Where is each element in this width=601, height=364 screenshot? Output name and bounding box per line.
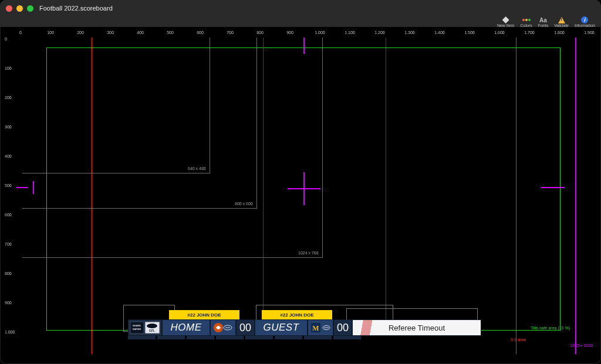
fonts-icon: Aa (539, 17, 547, 23)
validate-label: Validate (554, 23, 569, 28)
ruler-tick: 800 (5, 271, 12, 275)
ruler-tick: 600 (5, 213, 12, 217)
banner-text: Referee Timeout (389, 324, 445, 332)
canvas[interactable]: Title-safe area (10 %) 4:3 area 1920 x 1… (16, 38, 596, 359)
ruler-tick: 400 (5, 154, 12, 158)
ruler-tick: 100 (5, 66, 12, 70)
sponsor-logos-icon: SHARK WATER GFL (130, 321, 160, 334)
ruler-tick: 100 (47, 30, 54, 35)
1920-right-guide (575, 38, 576, 354)
home-score[interactable]: 00 (236, 319, 255, 336)
banner[interactable]: Referee Timeout (352, 319, 481, 336)
ruler-tick: 1.000 (5, 330, 15, 334)
close-button[interactable] (6, 5, 12, 12)
guest-player-tag-text: #22 JOHN DOE (280, 312, 313, 318)
ruler-tick: 1.800 (554, 30, 565, 35)
svg-point-4 (147, 324, 157, 328)
warning-icon (558, 17, 565, 23)
ruler-tick: 1.000 (315, 30, 325, 35)
guest-team-name[interactable]: GUEST (255, 319, 308, 336)
scoreboard-bar: SHARK WATER GFL HOME (128, 319, 481, 336)
home-team-name[interactable]: HOME (162, 319, 210, 336)
home-player-tag-text: #22 JOHN DOE (187, 312, 221, 318)
home-score-text: 00 (239, 322, 251, 334)
ruler-tick: 0 (19, 30, 22, 35)
ruler-tick: 1.600 (494, 30, 505, 35)
new-item-label: New Item (497, 23, 515, 28)
43-area-label: 4:3 area (511, 338, 526, 342)
svg-text:WATER: WATER (133, 328, 141, 331)
guest-team-name-text: GUEST (263, 322, 299, 334)
fonts-label: Fonts (538, 23, 549, 28)
information-button[interactable]: i Information (575, 16, 595, 28)
new-item-icon (502, 16, 509, 23)
ruler-tick: 500 (167, 30, 174, 35)
document-title: Football 2022.scoreboard (39, 5, 113, 12)
guest-score[interactable]: 00 (333, 319, 352, 336)
window-controls (6, 5, 33, 12)
ruler-tick: 200 (5, 96, 12, 100)
ruler-tick: 900 (5, 301, 12, 305)
validate-button[interactable]: Validate (554, 16, 569, 28)
colors-icon (522, 19, 531, 21)
minimize-button[interactable] (16, 5, 23, 12)
fonts-button[interactable]: Aa Fonts (538, 16, 549, 28)
ruler-tick: 1.100 (345, 30, 355, 35)
svg-text:SHARK: SHARK (133, 324, 141, 327)
ruler-top: 0 100 200 300 400 500 600 700 800 900 1.… (15, 29, 596, 38)
ruler-tick: 1.300 (404, 30, 415, 35)
toolbar: New Item Colors Aa Fonts Validate i Info… (0, 16, 601, 27)
center-column-guide (263, 38, 386, 331)
ruler-tick: 1.700 (524, 30, 535, 35)
app-window: Football 2022.scoreboard New Item Colors… (0, 0, 601, 364)
svg-text:M: M (312, 324, 319, 332)
sponsor-panel[interactable]: SHARK WATER GFL (128, 319, 162, 336)
ruler-tick: 1.400 (434, 30, 445, 35)
ruler-tick: 400 (137, 30, 144, 35)
home-team-logo[interactable] (210, 319, 236, 336)
ruler-tick: 700 (227, 30, 234, 35)
home-team-name-text: HOME (171, 322, 202, 334)
ruler-tick: 900 (286, 30, 293, 35)
new-item-button[interactable]: New Item (497, 16, 515, 28)
ruler-tick: 200 (77, 30, 84, 35)
svg-text:GFL: GFL (149, 329, 155, 332)
ruler-tick: 600 (197, 30, 204, 35)
ruler-tick: 700 (5, 242, 12, 246)
ruler-tick: 300 (107, 30, 114, 35)
guest-score-text: 00 (337, 322, 349, 334)
ruler-tick: 800 (256, 30, 264, 35)
ruler-tick: 1.500 (464, 30, 475, 35)
info-icon: i (581, 16, 588, 23)
colors-label: Colors (520, 23, 532, 28)
ruler-left: 0 100 200 300 400 500 600 700 800 900 1.… (5, 38, 14, 359)
maximize-button[interactable] (27, 5, 33, 12)
scoreboard-underbar (128, 336, 363, 339)
center-right-tick (541, 187, 565, 188)
ruler-tick: 500 (5, 183, 12, 188)
ruler-tick: 300 (5, 125, 12, 129)
scoreboard-lower-third[interactable]: #22 JOHN DOE #22 JOHN DOE SHARK WATER GF… (128, 310, 498, 341)
home-logo-icon (212, 322, 234, 334)
ruler-tick: 1.200 (374, 30, 385, 35)
ruler-tick: 1.900 (584, 30, 595, 35)
ruler-tick: 0 (5, 37, 7, 41)
1920-label: 1920 x 1080 (570, 343, 593, 348)
guest-player-tag[interactable]: #22 JOHN DOE (262, 310, 332, 319)
guest-team-logo[interactable]: M (308, 319, 333, 336)
home-player-tag[interactable]: #22 JOHN DOE (169, 310, 239, 319)
information-label: Information (575, 23, 595, 28)
colors-button[interactable]: Colors (520, 16, 532, 28)
guest-logo-icon: M (310, 322, 331, 334)
titlebar: Football 2022.scoreboard (0, 0, 601, 16)
43-right-guide (516, 38, 516, 354)
title-safe-label: Title-safe area (10 %) (531, 326, 570, 330)
